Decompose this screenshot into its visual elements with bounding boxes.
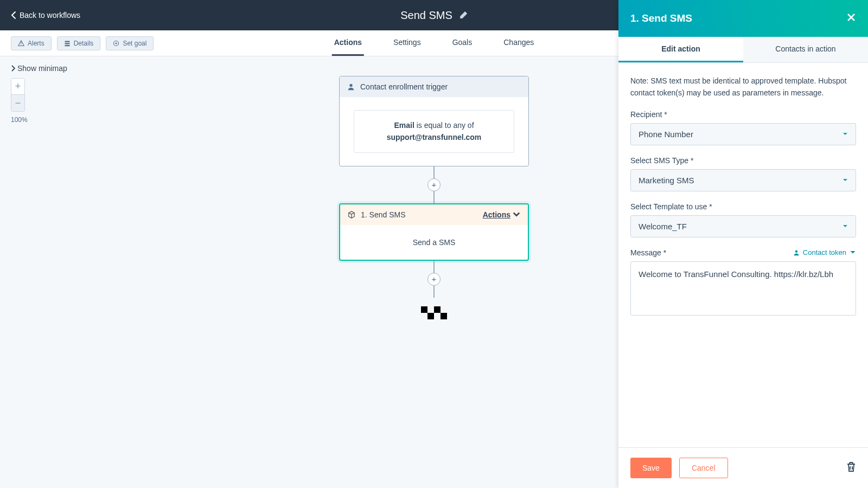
panel-body: Note: SMS text must be identical to appr… <box>618 63 868 447</box>
alerts-button[interactable]: Alerts <box>11 36 52 50</box>
main-tabs: Actions Settings Goals Changes <box>332 30 537 56</box>
trigger-body: Email is equal to any of support@transfu… <box>340 97 528 166</box>
cancel-button[interactable]: Cancel <box>679 458 728 478</box>
trigger-header: Contact enrollment trigger <box>340 76 528 97</box>
svg-point-1 <box>116 42 117 44</box>
close-icon <box>846 12 856 22</box>
message-textarea[interactable] <box>630 261 856 316</box>
caret-down-icon <box>513 211 520 219</box>
delete-action-button[interactable] <box>846 461 856 474</box>
chevron-right-icon <box>11 65 15 72</box>
workflow-end-icon <box>421 306 447 319</box>
panel-footer: Save Cancel <box>618 447 868 488</box>
details-label: Details <box>74 40 94 47</box>
caret-down-icon <box>843 223 848 229</box>
recipient-label: Recipient * <box>630 110 856 119</box>
add-action-button[interactable]: + <box>427 273 441 286</box>
toolbar-left: Alerts Details Set goal <box>11 36 154 50</box>
alert-icon <box>18 40 24 47</box>
panel-tab-contacts[interactable]: Contacts in action <box>743 37 868 62</box>
zoom-out-button[interactable]: − <box>11 95 24 111</box>
alerts-label: Alerts <box>28 40 44 47</box>
tab-settings[interactable]: Settings <box>391 30 423 56</box>
panel-tabs: Edit action Contacts in action <box>618 37 868 63</box>
panel-note: Note: SMS text must be identical to appr… <box>630 75 856 99</box>
show-minimap-toggle[interactable]: Show minimap <box>11 64 67 73</box>
tab-goals[interactable]: Goals <box>450 30 475 56</box>
trash-icon <box>846 461 856 472</box>
svg-point-3 <box>795 250 798 253</box>
back-to-workflows-link[interactable]: Back to workflows <box>11 11 80 20</box>
chevron-left-icon <box>11 11 16 20</box>
minimap-controls: Show minimap + − 100% <box>11 64 67 124</box>
add-action-button[interactable]: + <box>427 178 441 191</box>
template-value: Welcome_TF <box>639 222 687 231</box>
details-button[interactable]: Details <box>57 36 101 50</box>
workflow-title-wrap: Send SMS <box>400 9 468 22</box>
trigger-property: Email <box>394 121 414 130</box>
svg-point-2 <box>349 84 352 87</box>
connector-line <box>433 261 435 273</box>
trigger-value: support@transfunnel.com <box>387 133 482 142</box>
connector-line <box>433 286 435 298</box>
action-body: Send a SMS <box>340 225 528 260</box>
connector-line <box>433 191 435 203</box>
set-goal-button[interactable]: Set goal <box>106 36 154 50</box>
template-label: Select Template to use * <box>630 202 856 211</box>
caret-down-icon <box>843 131 848 137</box>
back-label: Back to workflows <box>20 11 80 20</box>
action-card[interactable]: 1. Send SMS Actions Send a SMS <box>339 203 529 261</box>
sms-type-select[interactable]: Marketing SMS <box>630 169 856 191</box>
trigger-header-label: Contact enrollment trigger <box>360 82 448 91</box>
workflow-title: Send SMS <box>400 9 452 22</box>
contact-token-button[interactable]: Contact token <box>793 248 856 256</box>
action-side-panel: 1. Send SMS Edit action Contacts in acti… <box>618 0 868 488</box>
action-header: 1. Send SMS Actions <box>340 204 528 225</box>
sms-type-value: Marketing SMS <box>639 176 694 185</box>
contact-icon <box>793 249 800 256</box>
tab-changes[interactable]: Changes <box>501 30 536 56</box>
connector-line <box>433 166 435 178</box>
cube-icon <box>348 211 355 219</box>
panel-title: 1. Send SMS <box>630 12 692 24</box>
action-menu-link[interactable]: Actions <box>483 210 520 219</box>
recipient-value: Phone Number <box>639 130 693 139</box>
details-icon <box>64 40 71 47</box>
trigger-criteria[interactable]: Email is equal to any of support@transfu… <box>354 110 514 153</box>
message-label: Message * <box>630 248 666 257</box>
workflow-flow: Contact enrollment trigger Email is equa… <box>339 76 529 319</box>
recipient-select[interactable]: Phone Number <box>630 123 856 145</box>
contact-icon <box>347 83 355 91</box>
zoom-in-button[interactable]: + <box>11 79 24 95</box>
trigger-card[interactable]: Contact enrollment trigger Email is equa… <box>339 76 529 166</box>
template-select[interactable]: Welcome_TF <box>630 215 856 237</box>
zoom-percent: 100% <box>11 116 67 124</box>
zoom-buttons: + − <box>11 78 25 112</box>
action-title: 1. Send SMS <box>361 210 406 219</box>
tab-actions[interactable]: Actions <box>332 30 364 56</box>
save-button[interactable]: Save <box>630 458 672 478</box>
set-goal-label: Set goal <box>123 40 146 47</box>
panel-header: 1. Send SMS <box>618 0 868 37</box>
close-panel-button[interactable] <box>846 12 856 24</box>
pencil-icon[interactable] <box>459 11 468 20</box>
caret-down-icon <box>850 249 856 256</box>
show-minimap-label: Show minimap <box>17 64 67 73</box>
panel-tab-edit[interactable]: Edit action <box>618 37 743 62</box>
goal-icon <box>113 40 119 47</box>
sms-type-label: Select SMS Type * <box>630 156 856 165</box>
caret-down-icon <box>843 177 848 183</box>
trigger-operator: is equal to any of <box>414 121 474 130</box>
